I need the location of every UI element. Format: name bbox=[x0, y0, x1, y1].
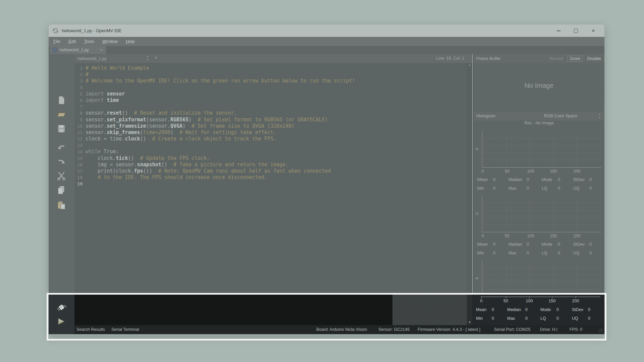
status-sensor: Sensor: GC2145 bbox=[378, 327, 410, 332]
histogram-b-axis bbox=[481, 297, 600, 297]
scroll-up-icon[interactable]: ▴ bbox=[467, 63, 472, 66]
open-file-icon[interactable] bbox=[56, 109, 66, 119]
editor-bottom-area bbox=[392, 295, 467, 325]
histogram-axis-ticks: 050100150200 bbox=[474, 169, 604, 175]
line-number: 5 bbox=[74, 91, 83, 97]
menu-item-tools[interactable]: Tools bbox=[84, 39, 94, 44]
histogram-header: Histogram RGB Color Space ▴▾ bbox=[474, 112, 604, 121]
code-line-9[interactable]: 9sensor.set_pixformat(sensor.RGB565) # S… bbox=[74, 117, 472, 123]
resize-grip[interactable] bbox=[599, 328, 603, 333]
histogram-stats-row: Mean0Median0Mode0StDev0 bbox=[474, 177, 604, 183]
window-controls: ✕ bbox=[555, 27, 604, 35]
status-fps: FPS: 0 bbox=[570, 327, 582, 332]
code-line-1[interactable]: 1# Hello World Example bbox=[74, 65, 472, 71]
line-number: 4 bbox=[74, 84, 83, 91]
title-bar: helloworld_1.py - OpenMV IDE ✕ bbox=[49, 24, 604, 37]
histogram-axis-ticks: 050100150200 bbox=[472, 299, 604, 305]
channel-label-g: G bbox=[475, 212, 479, 215]
menu-item-file[interactable]: File bbox=[53, 39, 60, 44]
redo-icon[interactable] bbox=[56, 157, 66, 167]
status-firmware: Firmware Version: 4.4.3 - [ latest ] bbox=[418, 327, 480, 332]
tab-close-icon[interactable]: ✕ bbox=[100, 48, 103, 52]
code-line-10[interactable]: 10sensor.set_framesize(sensor.QVGA) # Se… bbox=[74, 123, 472, 129]
histogram-stats-row: Min0Max0LQ0UQ0 bbox=[474, 251, 604, 257]
save-file-icon[interactable] bbox=[56, 124, 66, 134]
line-number: 10 bbox=[74, 123, 83, 129]
histogram-stats-row: Mean0Median0Mode0StDev0 bbox=[472, 307, 604, 313]
code-line-14[interactable]: 14while True: bbox=[74, 148, 472, 155]
tab-serial-terminal[interactable]: Serial Terminal bbox=[111, 327, 139, 332]
connect-button[interactable] bbox=[56, 302, 67, 313]
desktop-background: helloworld_1.py - OpenMV IDE ✕ FileEditT… bbox=[0, 0, 644, 362]
no-image-label: No Image bbox=[474, 82, 604, 89]
histogram-plot-b bbox=[482, 260, 601, 295]
cut-icon[interactable] bbox=[56, 171, 66, 181]
status-bar: Search Results Serial Terminal Board: Ar… bbox=[74, 325, 604, 334]
color-space-selector[interactable]: RGB Color Space bbox=[544, 114, 577, 118]
tab-helloworld[interactable]: helloworld_1.py ✕ bbox=[50, 46, 106, 54]
document-selector-spinner-icon[interactable]: ▴▾ bbox=[146, 55, 150, 62]
paste-icon[interactable] bbox=[56, 200, 66, 210]
copy-icon[interactable] bbox=[56, 185, 66, 195]
code-line-13[interactable]: 13 bbox=[74, 142, 472, 148]
tab-search-results[interactable]: Search Results bbox=[76, 327, 105, 332]
new-file-icon[interactable] bbox=[56, 95, 66, 105]
editor-toolbar bbox=[49, 54, 74, 295]
menu-item-help[interactable]: Help bbox=[126, 39, 135, 44]
menu-item-window[interactable]: Window bbox=[102, 39, 118, 44]
cursor-position: Line: 19, Col: 1 bbox=[436, 56, 464, 61]
frame-buffer-title: Frame Buffer bbox=[476, 56, 501, 61]
tab-label: helloworld_1.py bbox=[60, 48, 89, 52]
line-number: 8 bbox=[74, 110, 83, 116]
histogram-section-g: G050100150200Mean0Median0Mode0StDev0Min0… bbox=[474, 195, 604, 260]
code-area[interactable]: 1# Hello World Example2#3# Welcome to th… bbox=[74, 63, 472, 295]
frame-buffer-panel: Frame Buffer RecordZoomDisable No Image … bbox=[473, 54, 604, 295]
serial-terminal-output[interactable] bbox=[74, 295, 392, 325]
undo-icon[interactable] bbox=[56, 143, 66, 153]
minimize-button[interactable] bbox=[555, 27, 562, 35]
code-line-17[interactable]: 17 print(clock.fps()) # Note: OpenMV Cam… bbox=[74, 168, 472, 174]
channel-label-b: B bbox=[475, 277, 479, 279]
document-selector[interactable]: helloworld_1.py bbox=[77, 56, 107, 61]
code-line-12[interactable]: 12clock = time.clock() # Create a clock … bbox=[74, 136, 472, 142]
status-drive[interactable]: Drive: H:/ bbox=[540, 327, 557, 332]
scroll-down-icon[interactable]: ▾ bbox=[467, 320, 472, 324]
code-line-19[interactable]: 19 bbox=[74, 181, 472, 187]
code-line-8[interactable]: 8sensor.reset() # Reset and initialize t… bbox=[74, 110, 472, 116]
code-line-11[interactable]: 11sensor.skip_frames(time=2000) # Wait f… bbox=[74, 129, 472, 136]
histogram-title: Histogram bbox=[476, 114, 495, 118]
code-line-4[interactable]: 4 bbox=[74, 84, 472, 91]
menu-item-edit[interactable]: Edit bbox=[68, 39, 76, 44]
line-number: 11 bbox=[74, 129, 83, 136]
line-number: 3 bbox=[74, 78, 83, 84]
code-line-6[interactable]: 6import time bbox=[74, 97, 472, 104]
histogram-plot-r bbox=[482, 131, 601, 168]
color-space-spinner-icon[interactable]: ▴▾ bbox=[599, 113, 600, 119]
line-number: 13 bbox=[74, 142, 83, 148]
code-line-18[interactable]: 18 # to the IDE. The FPS should increase… bbox=[74, 174, 472, 181]
line-number: 18 bbox=[74, 174, 83, 181]
status-serial-port[interactable]: Serial Port: COM25 bbox=[494, 327, 530, 332]
maximize-button[interactable] bbox=[572, 27, 580, 35]
histogram-axis-ticks: 050100150200 bbox=[474, 234, 604, 240]
code-line-5[interactable]: 5import sensor bbox=[74, 91, 472, 97]
editor-scrollbar-bottom[interactable]: ▾ bbox=[467, 295, 472, 325]
frame-buffer-viewport: No Image bbox=[474, 63, 604, 111]
code-line-3[interactable]: 3# Welcome to the OpenMV IDE! Click on t… bbox=[74, 78, 472, 84]
document-close-icon[interactable]: ✕ bbox=[154, 56, 157, 60]
code-line-16[interactable]: 16 img = sensor.snapshot() # Take a pict… bbox=[74, 162, 472, 168]
code-line-7[interactable]: 7 bbox=[74, 104, 472, 110]
run-script-button[interactable] bbox=[56, 316, 67, 327]
close-button[interactable]: ✕ bbox=[590, 27, 597, 35]
document-bar: helloworld_1.py ▴▾ ✕ Line: 19, Col: 1 bbox=[74, 54, 472, 63]
editor-scrollbar[interactable]: ▴ bbox=[467, 63, 472, 295]
line-number: 12 bbox=[74, 136, 83, 142]
line-number: 1 bbox=[74, 65, 83, 71]
disable-button[interactable]: Disable bbox=[587, 56, 601, 61]
openmv-logo-icon bbox=[53, 28, 58, 34]
zoom-button[interactable]: Zoom bbox=[567, 56, 583, 62]
code-line-15[interactable]: 15 clock.tick() # Update the FPS clock. bbox=[74, 155, 472, 162]
code-editor: helloworld_1.py ▴▾ ✕ Line: 19, Col: 1 1#… bbox=[74, 54, 472, 295]
code-line-2[interactable]: 2# bbox=[74, 71, 472, 78]
bottom-toolbar bbox=[49, 295, 74, 334]
